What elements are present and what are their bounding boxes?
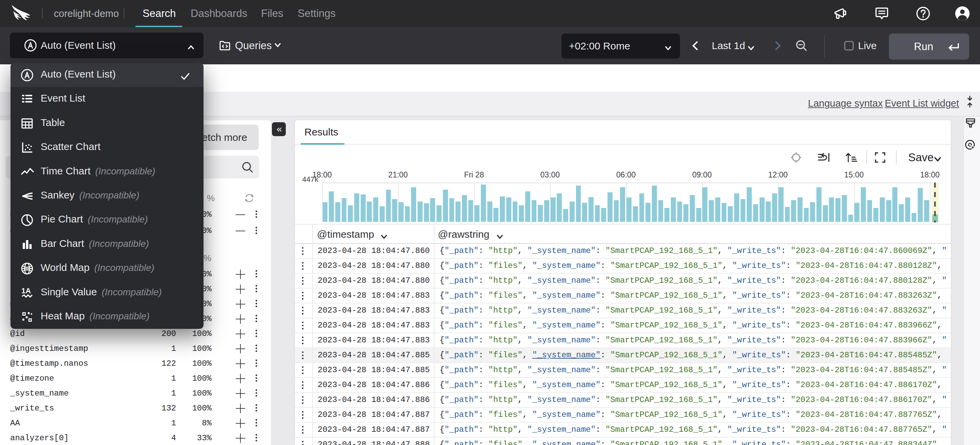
svg-text:1A: 1A (21, 286, 31, 295)
